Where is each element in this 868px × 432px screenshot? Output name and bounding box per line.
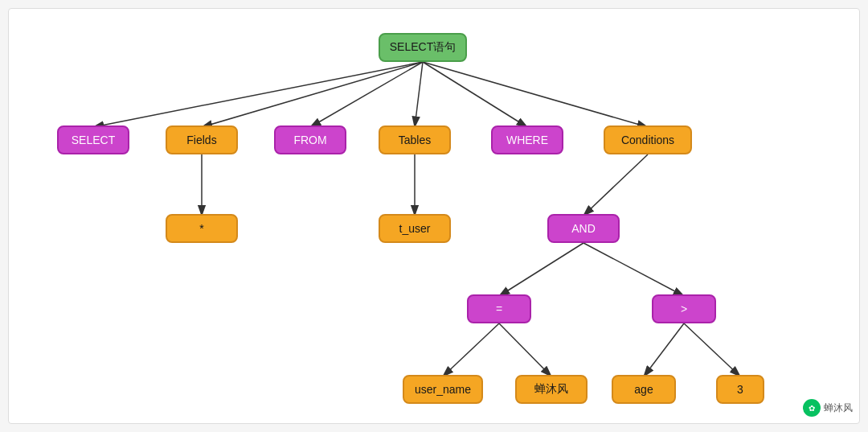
svg-line-4 <box>415 62 423 127</box>
svg-line-2 <box>202 62 423 127</box>
node-where: WHERE <box>491 125 563 154</box>
node-gt: > <box>652 294 716 323</box>
svg-line-11 <box>583 243 684 296</box>
node-value_3: 3 <box>716 375 764 404</box>
node-age: age <box>612 375 676 404</box>
svg-line-3 <box>310 62 423 127</box>
svg-line-13 <box>499 323 551 376</box>
svg-line-14 <box>644 323 684 376</box>
watermark-text: 蝉沐风 <box>824 401 853 415</box>
node-star: * <box>166 214 238 243</box>
watermark: ✿ 蝉沐风 <box>803 399 853 417</box>
svg-line-12 <box>443 323 499 376</box>
node-conditions: Conditions <box>604 125 692 154</box>
node-root: SELECT语句 <box>379 33 467 62</box>
diagram-container: SELECT语句SELECTFieldsFROMTablesWHERECondi… <box>8 8 860 424</box>
svg-line-10 <box>499 243 583 296</box>
node-from: FROM <box>274 125 346 154</box>
node-value_name: 蝉沐风 <box>515 375 588 404</box>
node-tables: Tables <box>379 125 451 154</box>
node-username: user_name <box>403 375 483 404</box>
node-and: AND <box>547 214 620 243</box>
svg-line-9 <box>583 154 648 216</box>
svg-line-1 <box>93 62 423 127</box>
node-tuser: t_user <box>379 214 451 243</box>
svg-line-5 <box>423 62 527 127</box>
node-select: SELECT <box>57 125 129 154</box>
node-eq: = <box>467 294 531 323</box>
svg-line-15 <box>684 323 740 376</box>
node-fields: Fields <box>166 125 238 154</box>
svg-line-6 <box>423 62 648 127</box>
watermark-icon: ✿ <box>803 399 821 417</box>
